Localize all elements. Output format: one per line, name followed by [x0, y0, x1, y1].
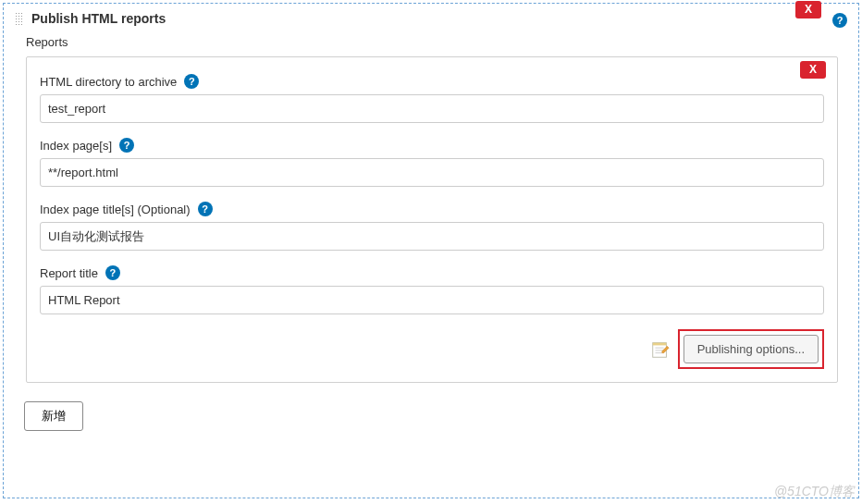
svg-rect-1 — [652, 342, 666, 345]
reports-label: Reports — [4, 33, 858, 56]
publishing-options-button[interactable]: Publishing options... — [683, 335, 819, 363]
report-title-input[interactable] — [40, 286, 824, 314]
report-block: X HTML directory to archive ? Index page… — [26, 56, 838, 383]
html-directory-label: HTML directory to archive — [40, 75, 177, 89]
section-header: Publish HTML reports ? — [4, 4, 858, 33]
notes-icon — [650, 339, 671, 360]
publishing-options-highlight: Publishing options... — [678, 329, 824, 369]
drag-handle-icon[interactable] — [15, 12, 24, 25]
index-pages-input[interactable] — [40, 158, 824, 187]
field-html-directory: HTML directory to archive ? — [40, 74, 824, 123]
delete-report-button[interactable]: X — [800, 61, 826, 79]
field-index-titles: Index page title[s] (Optional) ? — [40, 202, 824, 251]
html-directory-input[interactable] — [40, 94, 824, 123]
publish-html-reports-panel: X Publish HTML reports ? Reports X HTML … — [3, 3, 859, 498]
help-icon[interactable]: ? — [184, 74, 199, 89]
help-icon[interactable]: ? — [105, 265, 120, 280]
section-title: Publish HTML reports — [31, 11, 166, 26]
index-pages-label: Index page[s] — [40, 139, 112, 153]
help-icon[interactable]: ? — [119, 138, 134, 153]
index-titles-input[interactable] — [40, 222, 824, 251]
add-button[interactable]: 新增 — [24, 401, 83, 431]
field-report-title: Report title ? — [40, 265, 824, 314]
publishing-options-row: Publishing options... — [40, 329, 824, 369]
report-title-label: Report title — [40, 266, 98, 280]
index-titles-label: Index page title[s] (Optional) — [40, 203, 191, 216]
field-index-pages: Index page[s] ? — [40, 138, 824, 187]
help-icon[interactable]: ? — [832, 13, 847, 28]
help-icon[interactable]: ? — [198, 202, 213, 216]
